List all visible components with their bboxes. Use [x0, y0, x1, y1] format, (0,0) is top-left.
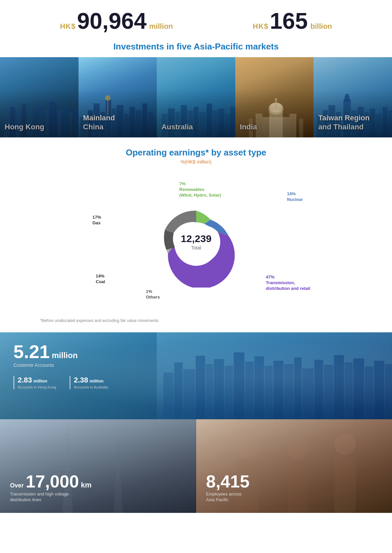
svg-rect-57: [352, 110, 357, 137]
svg-rect-19: [116, 105, 123, 137]
bottom-panels: Over 17,000 km Transmission and high vol…: [0, 419, 392, 513]
sub-stat-hk-number-row: 2.83 million: [18, 376, 56, 384]
svg-rect-3: [22, 103, 26, 137]
svg-rect-47: [249, 119, 253, 137]
svg-rect-4: [26, 109, 32, 137]
svg-text:12,239: 12,239: [181, 233, 212, 244]
svg-rect-52: [336, 112, 341, 137]
panel-employees-content: 8,415 Employees across Asia Pacific: [206, 473, 382, 503]
km-over-label: Over: [10, 482, 24, 489]
sub-stat-au-number-row: 2.38 million: [74, 376, 108, 384]
svg-rect-23: [142, 103, 147, 137]
km-stat-row: Over 17,000 km: [10, 473, 186, 490]
svg-rect-14: [88, 110, 93, 137]
stat2-number: 165: [270, 9, 307, 32]
employees-description: Employees across Asia Pacific: [206, 491, 382, 503]
market-hongkong-bg: [0, 57, 79, 137]
donut-svg: 12,239 Total: [153, 201, 240, 288]
svg-rect-40: [269, 110, 283, 137]
svg-point-107: [334, 434, 356, 455]
panel-employees: 8,415 Employees across Asia Pacific: [196, 419, 392, 513]
svg-rect-28: [168, 109, 175, 137]
label-renewables: 7% Renewables (Wind, Hydro, Solar): [179, 181, 221, 198]
svg-rect-30: [181, 105, 187, 137]
svg-rect-9: [57, 110, 62, 137]
svg-rect-6: [39, 105, 44, 137]
chart-title: Operating earnings* by asset type: [20, 147, 372, 158]
market-taiwan-label: Taiwan Region and Thailand: [318, 114, 370, 131]
svg-point-65: [174, 222, 218, 266]
svg-rect-32: [194, 107, 199, 137]
sub-stat-border-au: [70, 376, 71, 389]
market-australia-bg: [157, 57, 235, 137]
svg-rect-58: [358, 107, 364, 137]
mainland-skyline-svg: [79, 93, 157, 137]
svg-rect-55: [345, 96, 350, 99]
svg-rect-49: [317, 115, 322, 137]
svg-rect-17: [106, 100, 111, 137]
market-australia: Australia: [157, 57, 235, 137]
svg-rect-33: [199, 112, 206, 137]
svg-point-41: [268, 102, 283, 115]
hongkong-skyline-svg: [0, 93, 79, 137]
svg-point-42: [270, 103, 282, 112]
stat1-unit: million: [149, 22, 173, 31]
sub-stat-hk-content: 2.83 million Accounts in Hong Kong: [18, 376, 56, 389]
svg-rect-50: [323, 110, 328, 137]
svg-rect-51: [329, 105, 335, 137]
chart-subtitle: %(HK$ million): [20, 159, 372, 164]
market-india-label: India: [240, 123, 257, 131]
km-number: 17,000: [26, 473, 79, 490]
market-mainland-bg: [79, 57, 157, 137]
km-description: Transmission and high voltage distributi…: [10, 491, 84, 503]
sub-stat-au-content: 2.38 million Accounts in Australia: [74, 376, 108, 389]
km-unit: km: [81, 481, 92, 489]
svg-rect-60: [370, 109, 375, 137]
svg-rect-56: [346, 94, 349, 97]
stat2-unit: billion: [310, 22, 332, 31]
svg-rect-53: [344, 100, 351, 137]
svg-rect-63: [388, 110, 392, 137]
svg-point-44: [275, 98, 277, 101]
stat1-prefix: HK$: [60, 22, 76, 31]
svg-rect-7: [45, 110, 49, 137]
svg-rect-5: [33, 112, 38, 137]
svg-rect-34: [207, 103, 212, 137]
customer-sub-stats: 2.83 million Accounts in Hong Kong 2.38 …: [13, 376, 379, 389]
emp-stat-row: 8,415: [206, 473, 382, 490]
sub-stat-hk-desc: Accounts in Hong Kong: [18, 385, 56, 389]
customer-big-number: 5.21: [13, 342, 50, 361]
market-india-bg: [235, 57, 314, 137]
chart-wrapper: 7% Renewables (Wind, Hydro, Solar) 14% N…: [79, 175, 313, 315]
label-coal: 14% Coal: [96, 273, 105, 285]
label-nuclear: 14% Nuclear: [287, 191, 303, 203]
header-stats: HK$ 90,964 million HK$ 165 billion: [0, 0, 392, 38]
svg-rect-2: [16, 110, 21, 137]
stat1-block: HK$ 90,964 million: [60, 9, 173, 32]
svg-rect-48: [299, 119, 303, 137]
svg-rect-29: [175, 112, 180, 137]
sub-stat-hk-number: 2.83: [18, 376, 32, 384]
svg-rect-18: [112, 109, 116, 137]
svg-rect-8: [49, 102, 56, 137]
market-mainland: Mainland China: [79, 57, 157, 137]
market-australia-label: Australia: [161, 123, 193, 131]
svg-rect-13: [80, 117, 87, 137]
sub-stat-au-desc: Accounts in Australia: [74, 385, 108, 389]
svg-rect-21: [129, 107, 135, 137]
svg-rect-62: [383, 107, 388, 137]
svg-rect-11: [69, 112, 73, 137]
svg-rect-38: [231, 107, 235, 137]
stat1-number: 90,964: [77, 9, 146, 32]
market-mainland-label: Mainland China: [83, 114, 115, 131]
stat2-block: HK$ 165 billion: [253, 9, 332, 32]
svg-rect-12: [73, 109, 78, 137]
label-transmission: 47% Transmission, distribution and retai…: [266, 274, 310, 292]
svg-rect-39: [262, 117, 289, 137]
chart-section: Operating earnings* by asset type %(HK$ …: [0, 137, 392, 330]
svg-point-103: [235, 434, 259, 458]
market-taiwan-bg: [313, 57, 392, 137]
chart-footnote: *Before unallocated expenses and excludi…: [20, 318, 372, 323]
svg-rect-24: [148, 112, 153, 137]
employees-number: 8,415: [206, 473, 250, 490]
